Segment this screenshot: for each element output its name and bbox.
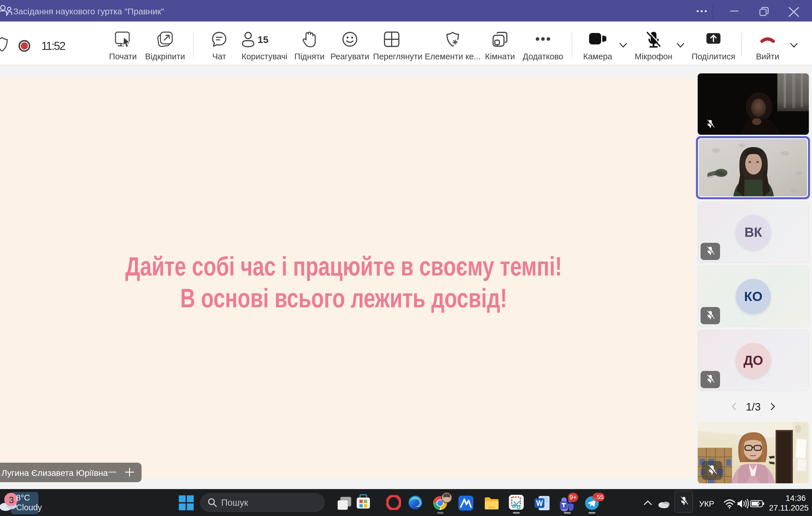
svg-text:15: 15	[258, 34, 268, 45]
